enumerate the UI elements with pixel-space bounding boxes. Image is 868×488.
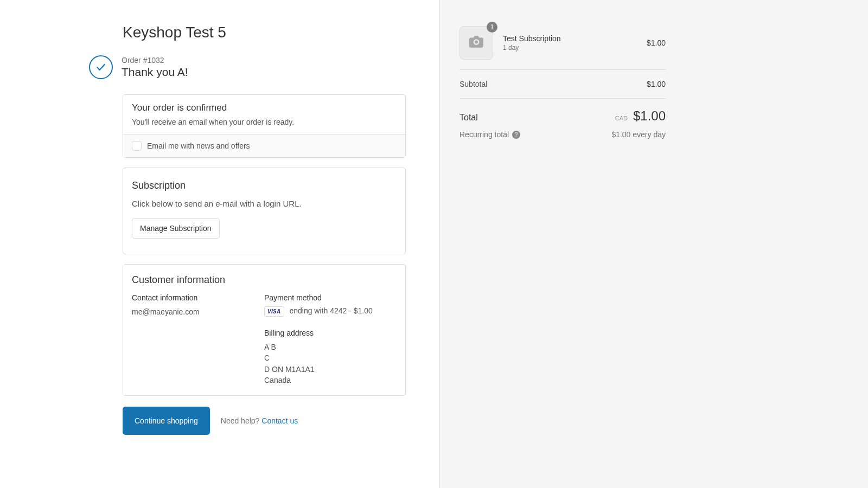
- quantity-badge: 1: [487, 22, 497, 33]
- order-confirmed-subtitle: You'll receive an email when your order …: [132, 118, 397, 126]
- total-label: Total: [459, 113, 478, 123]
- total-value: $1.00: [633, 108, 666, 124]
- shop-name: Keyshop Test 5: [123, 24, 406, 41]
- line-item-subtitle: 1 day: [503, 44, 647, 52]
- subtotal-value: $1.00: [647, 80, 666, 88]
- contact-us-link[interactable]: Contact us: [261, 416, 298, 425]
- subscription-subtitle: Click below to send an e-mail with a log…: [132, 199, 397, 208]
- total-row: Total CAD $1.00: [459, 108, 666, 124]
- camera-icon: [469, 36, 483, 50]
- subtotal-row: Subtotal $1.00: [459, 70, 666, 98]
- actions-row: Continue shopping Need help? Contact us: [123, 407, 406, 435]
- billing-line: A B: [264, 342, 397, 352]
- contact-info-label: Contact information: [132, 293, 264, 302]
- manage-subscription-button[interactable]: Manage Subscription: [132, 218, 220, 239]
- billing-line: C: [264, 352, 397, 363]
- order-status-row: Order #1032 Thank you A!: [89, 55, 406, 79]
- subtotal-label: Subtotal: [459, 80, 487, 88]
- order-summary-column: 1 Test Subscription 1 day $1.00 Subtotal…: [440, 0, 868, 488]
- check-circle-icon: [89, 55, 113, 79]
- customer-info-card: Customer information Contact information…: [123, 264, 406, 396]
- card-brand-icon: VISA: [264, 306, 284, 317]
- thank-you-heading: Thank you A!: [122, 66, 188, 79]
- newsletter-row: Email me with news and offers: [123, 134, 405, 157]
- help-icon[interactable]: ?: [512, 131, 520, 139]
- line-item: 1 Test Subscription 1 day $1.00: [459, 26, 666, 69]
- recurring-total-value: $1.00 every day: [611, 130, 666, 139]
- order-number: Order #1032: [122, 56, 188, 65]
- recurring-total-row: Recurring total ? $1.00 every day: [459, 130, 666, 139]
- subscription-card: Subscription Click below to send an e-ma…: [123, 168, 406, 254]
- order-confirmed-title: Your order is confirmed: [132, 102, 397, 113]
- billing-address-label: Billing address: [264, 329, 397, 337]
- newsletter-label: Email me with news and offers: [147, 142, 250, 150]
- newsletter-checkbox[interactable]: [132, 141, 142, 151]
- subscription-title: Subscription: [132, 180, 397, 191]
- customer-info-title: Customer information: [132, 274, 397, 286]
- billing-line: Canada: [264, 375, 397, 386]
- line-item-name: Test Subscription: [503, 34, 647, 43]
- order-confirmed-card: Your order is confirmed You'll receive a…: [123, 94, 406, 158]
- line-item-price: $1.00: [647, 38, 666, 47]
- contact-email: me@maeyanie.com: [132, 306, 264, 317]
- continue-shopping-button[interactable]: Continue shopping: [123, 407, 210, 435]
- need-help-label: Need help?: [221, 416, 260, 425]
- currency-code: CAD: [615, 115, 628, 121]
- payment-method-label: Payment method: [264, 293, 397, 302]
- main-column: Keyshop Test 5 Order #1032 Thank you A! …: [0, 0, 439, 488]
- billing-line: D ON M1A1A1: [264, 364, 397, 375]
- billing-address-value: A B C D ON M1A1A1 Canada: [264, 342, 397, 386]
- recurring-total-label: Recurring total: [459, 130, 509, 139]
- card-last4-text: ending with 4242 - $1.00: [289, 306, 372, 315]
- payment-method-value: VISA ending with 4242 - $1.00: [264, 306, 397, 317]
